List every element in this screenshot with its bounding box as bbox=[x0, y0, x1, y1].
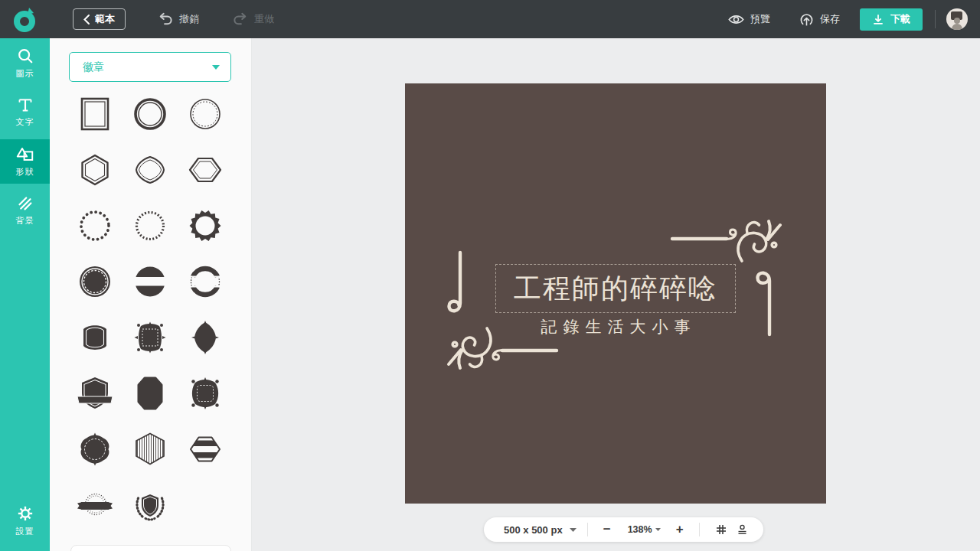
sidebar-item-text[interactable]: 文字 bbox=[0, 90, 50, 135]
pill-divider bbox=[699, 523, 700, 536]
shape-laurel-shield[interactable] bbox=[132, 487, 168, 523]
undo-button[interactable]: 撤銷 bbox=[158, 12, 199, 26]
eye-icon bbox=[728, 14, 744, 25]
circle-band-icon bbox=[132, 263, 168, 300]
sidebar-item-shapes[interactable]: 形狀 bbox=[0, 139, 50, 184]
shape-pointed-oval[interactable] bbox=[187, 319, 224, 356]
shape-sunburst-badge[interactable] bbox=[187, 207, 224, 244]
shape-shield-ribbon[interactable] bbox=[77, 375, 113, 412]
quatrefoil-badge-icon bbox=[77, 431, 113, 468]
redo-label: 重做 bbox=[254, 12, 274, 26]
ribbon-circle-icon bbox=[77, 487, 113, 523]
canvas-title-text: 工程師的碎碎唸 bbox=[514, 270, 717, 308]
zoom-in-button[interactable]: + bbox=[671, 522, 688, 537]
laurel-shield-icon bbox=[132, 487, 168, 523]
arched-label-icon bbox=[77, 319, 113, 356]
solid-circle-ring-icon bbox=[77, 263, 113, 300]
search-icon bbox=[17, 47, 34, 64]
canvas-title-selection[interactable]: 工程師的碎碎唸 bbox=[495, 264, 736, 313]
sidebar-label-text: 文字 bbox=[16, 116, 34, 128]
sidebar-label-settings: 設置 bbox=[16, 526, 34, 537]
shape-circle-bold-ring[interactable] bbox=[132, 96, 168, 132]
topbar: 範本 撤銷 重做 預覽 保存 bbox=[0, 0, 980, 38]
round-hexagon-icon bbox=[77, 152, 113, 188]
shape-scalloped-circle[interactable] bbox=[77, 207, 113, 244]
bottom-toolbar: 500 x 500 px − 138% + bbox=[484, 517, 763, 542]
caret-down-icon bbox=[570, 528, 577, 532]
save-button[interactable]: 保存 bbox=[799, 12, 840, 27]
cloud-save-icon bbox=[799, 12, 814, 27]
shape-banded-hexagon[interactable] bbox=[187, 431, 224, 468]
ornate-frame-icon bbox=[132, 319, 168, 356]
shapes-grid bbox=[77, 96, 225, 523]
pill-divider bbox=[587, 523, 588, 536]
sidebar-label-icons: 圖示 bbox=[16, 68, 34, 80]
templates-back-label: 範本 bbox=[95, 12, 115, 26]
shape-circle-thin-ring[interactable] bbox=[187, 96, 224, 132]
shape-tall-octagon[interactable] bbox=[132, 375, 168, 412]
sidebar: 圖示 文字 形狀 背景 bbox=[0, 38, 50, 551]
shapes-icon bbox=[16, 145, 34, 162]
templates-back-button[interactable]: 範本 bbox=[73, 8, 126, 30]
fit-screen-button[interactable] bbox=[737, 523, 748, 536]
caret-down-icon bbox=[655, 528, 661, 531]
zoom-out-button[interactable]: − bbox=[599, 522, 616, 537]
download-label: 下載 bbox=[890, 12, 910, 26]
shape-ornate-frame[interactable] bbox=[132, 319, 168, 356]
shape-round-hexagon[interactable] bbox=[77, 152, 113, 188]
shape-quatrefoil-badge[interactable] bbox=[77, 431, 113, 468]
zoom-level-dropdown[interactable]: 138% bbox=[616, 524, 661, 535]
shape-ornate-frame-wide[interactable] bbox=[187, 375, 224, 412]
banded-hexagon-icon bbox=[187, 431, 224, 468]
save-label: 保存 bbox=[820, 12, 840, 26]
canvas-subtitle-text[interactable]: 記錄生活大小事 bbox=[405, 316, 826, 337]
scalloped-circle-icon bbox=[77, 207, 113, 244]
shape-solid-circle-ring[interactable] bbox=[77, 263, 113, 300]
shape-wide-hexagon[interactable] bbox=[187, 152, 224, 188]
pinstripe-shield-icon bbox=[132, 431, 168, 468]
shape-ribbon-circle[interactable] bbox=[77, 487, 113, 523]
ornate-frame-wide-icon bbox=[187, 375, 224, 412]
design-canvas[interactable]: 工程師的碎碎唸 記錄生活大小事 bbox=[405, 83, 826, 504]
canvas-size-dropdown[interactable]: 500 x 500 px bbox=[495, 524, 577, 536]
shape-round-diamond[interactable] bbox=[132, 152, 168, 188]
shape-category-value: 徽章 bbox=[83, 60, 212, 74]
shape-arched-label[interactable] bbox=[77, 319, 113, 356]
zoom-level-value: 138% bbox=[628, 524, 652, 535]
preview-label: 預覽 bbox=[750, 12, 770, 26]
sidebar-item-background[interactable]: 背景 bbox=[0, 188, 50, 233]
sunburst-badge-icon bbox=[187, 207, 224, 244]
shape-circle-band[interactable] bbox=[132, 263, 168, 300]
circle-bold-ring-icon bbox=[132, 96, 168, 132]
shape-rope-circle[interactable] bbox=[132, 207, 168, 244]
pointed-oval-icon bbox=[187, 319, 224, 356]
download-button[interactable]: 下載 bbox=[860, 8, 923, 31]
redo-icon bbox=[233, 12, 248, 26]
topbar-divider bbox=[935, 10, 936, 28]
tall-octagon-icon bbox=[132, 375, 168, 412]
shape-category-select[interactable]: 徽章 bbox=[69, 52, 231, 82]
sidebar-label-shapes: 形狀 bbox=[16, 166, 34, 178]
app-logo[interactable] bbox=[0, 0, 50, 38]
sidebar-item-icons[interactable]: 圖示 bbox=[0, 41, 50, 86]
round-diamond-icon bbox=[132, 152, 168, 188]
panel-bottom-card[interactable] bbox=[70, 545, 231, 551]
logo-icon bbox=[11, 5, 40, 34]
shape-square-frame[interactable] bbox=[77, 96, 113, 132]
redo-button[interactable]: 重做 bbox=[233, 12, 274, 26]
arc-band-circle-icon bbox=[187, 263, 224, 300]
grid-toggle-button[interactable] bbox=[715, 523, 727, 536]
rope-circle-icon bbox=[132, 207, 168, 244]
user-avatar[interactable] bbox=[946, 8, 968, 30]
workspace: 工程師的碎碎唸 記錄生活大小事 500 x 500 px − 138% + bbox=[252, 38, 980, 551]
download-icon bbox=[872, 13, 884, 25]
grid-icon bbox=[715, 523, 727, 536]
square-frame-icon bbox=[77, 96, 113, 132]
shape-arc-band-circle[interactable] bbox=[187, 263, 224, 300]
undo-label: 撤銷 bbox=[179, 12, 199, 26]
undo-icon bbox=[158, 12, 173, 26]
shape-pinstripe-shield[interactable] bbox=[132, 431, 168, 468]
preview-button[interactable]: 預覽 bbox=[728, 12, 770, 26]
sidebar-item-settings[interactable]: 設置 bbox=[0, 499, 50, 543]
chevron-left-icon bbox=[83, 15, 90, 24]
